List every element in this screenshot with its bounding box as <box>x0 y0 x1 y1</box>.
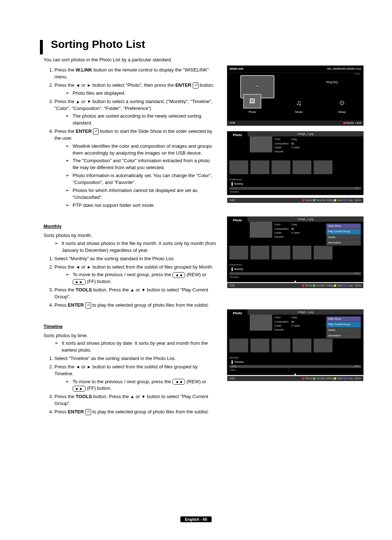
sort-color[interactable]: Color <box>229 368 236 372</box>
sum-footer: SUM <box>229 199 234 202</box>
timeline-sub: Sorts photos by time. <box>44 332 217 339</box>
sort-track[interactable]: 2006 2008 <box>229 365 361 368</box>
down-arrow-icon: ▼ <box>87 99 91 104</box>
device-hint: Device <box>346 122 354 124</box>
timeline-heading: Timeline <box>44 323 217 330</box>
nov-marker: Nov <box>355 187 359 190</box>
popup-info[interactable]: Information <box>326 240 361 246</box>
gear-icon: ⚙ <box>336 98 347 109</box>
note-wiselink: Wiselink identifies the color and compos… <box>65 143 217 157</box>
screenshot-photo-monthly: image_1.jpg Photo DateJan.01.2008 ColorG… <box>227 131 364 195</box>
popup-info[interactable]: Information <box>326 333 361 339</box>
music-icon: ♫ <box>294 98 305 109</box>
thumb[interactable] <box>271 246 290 259</box>
step-3: Press the ▲ or ▼ button to select a sort… <box>54 98 217 127</box>
down-arrow-icon: ▼ <box>141 287 146 292</box>
sort-monthly[interactable]: Monthly <box>232 267 243 271</box>
step-4: Press the ENTER ⏎ button to start the Sl… <box>54 128 217 209</box>
thumb[interactable] <box>250 246 269 259</box>
note-unclassified: Photos for which information cannot be d… <box>65 187 217 201</box>
storage-free: 851.98MB/995.00MB Free <box>327 67 361 71</box>
hint-option: Option <box>354 284 361 287</box>
sort-monthly[interactable]: Monthly <box>232 182 243 186</box>
music-menu-item[interactable]: ♫Music <box>294 98 305 114</box>
setup-label: Setup <box>338 110 346 114</box>
file-name: image_1.jpg <box>248 310 363 315</box>
preview-thumb <box>250 219 272 238</box>
preview-thumb <box>250 312 272 331</box>
down-arrow-icon: ▼ <box>141 394 146 399</box>
sum-label: SUM <box>354 72 360 76</box>
hint-fav: Favorites Setting <box>316 199 334 201</box>
thumb[interactable] <box>271 339 290 352</box>
sort-timeline[interactable]: Timeline <box>229 275 239 279</box>
photo-thumb-icon: 🖼 <box>243 94 261 109</box>
screenshot-timeline-popup: image_1.jpg Photo MonthJan ColorGray Com… <box>227 309 364 375</box>
hint-select: Select <box>337 284 343 287</box>
scroll-down-icon[interactable]: ▼ <box>227 280 363 283</box>
sort-pref[interactable]: Preference <box>229 178 242 181</box>
hint-jump: Jump <box>347 377 353 380</box>
photo-side-label: Photo <box>227 131 248 158</box>
photo-label: Photo <box>249 110 256 114</box>
rew-icon: ◄◄ <box>172 272 185 278</box>
scroll-down-icon[interactable]: ▼ <box>227 373 363 376</box>
sort-pref[interactable]: Preference <box>229 263 242 267</box>
rew-icon: ◄◄ <box>172 379 185 385</box>
thumb[interactable] <box>293 160 311 174</box>
sum-footer: SUM <box>229 284 234 287</box>
monthly-step1: Select "Monthly" as the sorting standard… <box>54 255 217 262</box>
monthly-step2: Press the ◄ or ► button to select from t… <box>54 264 217 286</box>
preview-thumb <box>250 134 272 152</box>
popup-playgroup[interactable]: Play Current Group <box>326 229 361 234</box>
setup-menu-item[interactable]: ⚙Setup <box>336 98 347 114</box>
hint-device: Device <box>305 284 312 287</box>
wiselink-title: WISELINK <box>229 67 244 71</box>
ff-icon: ►► <box>73 386 86 392</box>
hint-jump: Jump <box>347 284 353 287</box>
note-composition: The "Composition" and "Color" informatio… <box>65 158 217 171</box>
thumb[interactable] <box>314 246 332 259</box>
sort-timeline[interactable]: Timeline <box>232 360 244 364</box>
thumb[interactable] <box>293 246 311 259</box>
timeline-note: It sorts and shows photos by date. It so… <box>54 340 217 354</box>
screenshot-monthly-popup: image_1.jpg Photo DateJan.01.2008 ColorG… <box>227 216 364 282</box>
popup-slideshow[interactable]: Slide Show <box>326 224 361 229</box>
sort-track[interactable]: Nov <box>229 272 361 275</box>
hint-device: Device <box>305 377 312 380</box>
popup-delete[interactable]: Delete <box>326 235 361 240</box>
music-label: Music <box>295 110 303 114</box>
tools-popup: Slide Show Play Current Group Delete Inf… <box>326 223 361 246</box>
step-2: Press the ◄ or ► button to select "Photo… <box>54 82 217 97</box>
timeline-step4: Press ENTER ⏎ to play the selected group… <box>54 409 217 416</box>
right-arrow-icon: ► <box>87 265 91 270</box>
photo-menu-item[interactable]: 🖼Photo <box>243 94 261 114</box>
thumb[interactable] <box>229 160 248 174</box>
thumb[interactable] <box>314 339 332 352</box>
thumb[interactable] <box>229 246 248 259</box>
file-name: image_1.jpg <box>248 131 363 136</box>
timeline-step2-note: To move to the previous / next group, pr… <box>65 379 217 392</box>
note-autoset: Photo information is automatically set. … <box>65 172 217 186</box>
thumb[interactable] <box>250 160 269 174</box>
thumb[interactable] <box>293 339 311 352</box>
sort-timeline[interactable]: Timeline <box>229 190 239 194</box>
thumb[interactable] <box>229 339 248 352</box>
scroll-down-icon[interactable]: ▼ <box>227 195 363 198</box>
sort-track[interactable]: Nov <box>229 187 361 190</box>
left-arrow-icon: ◄ <box>76 364 80 369</box>
monthly-step4: Press ENTER ⏎ to play the selected group… <box>54 302 217 309</box>
popup-playgroup[interactable]: Play Current Group <box>326 322 361 327</box>
popup-delete[interactable]: Delete <box>326 328 361 333</box>
timeline-step3: Press the TOOLS button. Press the ▲ or ▼… <box>54 393 217 407</box>
thumb[interactable] <box>250 339 269 352</box>
sort-monthly[interactable]: Monthly <box>229 356 238 360</box>
thumb[interactable] <box>314 160 332 174</box>
left-arrow-icon: ◄ <box>76 265 80 270</box>
year-2008: 2008 <box>354 365 359 368</box>
ff-icon: ►► <box>73 279 86 285</box>
popup-slideshow[interactable]: Slide Show <box>326 316 361 322</box>
enter-icon: ⏎ <box>93 128 99 135</box>
thumb[interactable] <box>271 160 290 174</box>
hint-option: Option <box>354 199 361 201</box>
